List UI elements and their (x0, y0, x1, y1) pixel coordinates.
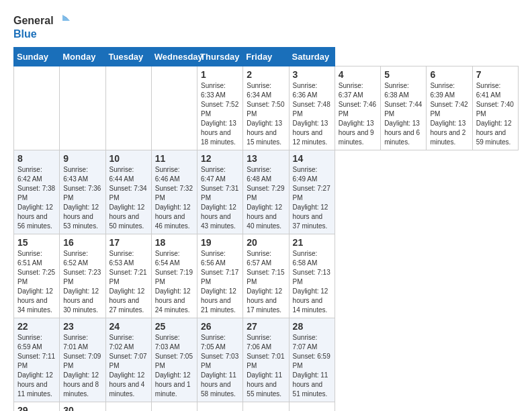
calendar-cell: 5Sunrise: 6:38 AMSunset: 7:44 PMDaylight… (381, 66, 427, 150)
page-header: General Blue (13, 13, 519, 40)
calendar-cell: 14Sunrise: 6:49 AMSunset: 7:27 PMDayligh… (289, 150, 335, 234)
calendar-cell: 25Sunrise: 7:03 AMSunset: 7:05 PMDayligh… (151, 318, 197, 402)
day-number: 14 (293, 153, 331, 164)
calendar-cell: 12Sunrise: 6:47 AMSunset: 7:31 PMDayligh… (197, 150, 243, 234)
day-info: Sunrise: 6:34 AMSunset: 7:50 PMDaylight:… (247, 81, 285, 147)
day-number: 9 (63, 153, 101, 164)
calendar-cell (14, 66, 60, 150)
day-number: 5 (384, 69, 423, 80)
day-info: Sunrise: 6:39 AMSunset: 7:42 PMDaylight:… (430, 81, 468, 147)
day-info: Sunrise: 6:49 AMSunset: 7:27 PMDaylight:… (293, 165, 331, 231)
col-header-wednesday: Wednesday (151, 47, 197, 66)
day-info: Sunrise: 6:47 AMSunset: 7:31 PMDaylight:… (201, 165, 239, 231)
calendar-cell: 23Sunrise: 7:01 AMSunset: 7:09 PMDayligh… (60, 318, 105, 402)
day-info: Sunrise: 6:54 AMSunset: 7:19 PMDaylight:… (155, 249, 193, 315)
calendar-cell: 8Sunrise: 6:42 AMSunset: 7:38 PMDaylight… (14, 150, 60, 234)
day-number: 8 (17, 153, 56, 164)
calendar-cell: 26Sunrise: 7:05 AMSunset: 7:03 PMDayligh… (197, 318, 243, 402)
calendar-cell: 6Sunrise: 6:39 AMSunset: 7:42 PMDaylight… (427, 66, 472, 150)
logo: General Blue (13, 13, 70, 40)
day-number: 15 (17, 237, 56, 248)
calendar-cell: 24Sunrise: 7:02 AMSunset: 7:07 PMDayligh… (105, 318, 151, 402)
day-info: Sunrise: 6:56 AMSunset: 7:17 PMDaylight:… (201, 249, 239, 315)
day-info: Sunrise: 6:42 AMSunset: 7:38 PMDaylight:… (17, 165, 56, 231)
calendar-cell: 19Sunrise: 6:56 AMSunset: 7:17 PMDayligh… (197, 234, 243, 318)
week-row-3: 15Sunrise: 6:51 AMSunset: 7:25 PMDayligh… (14, 234, 519, 318)
col-header-friday: Friday (243, 47, 289, 66)
calendar-cell: 3Sunrise: 6:36 AMSunset: 7:48 PMDaylight… (289, 66, 335, 150)
day-number: 27 (247, 321, 285, 332)
day-info: Sunrise: 7:05 AMSunset: 7:03 PMDaylight:… (201, 333, 239, 399)
calendar-cell: 30Sunrise: 7:10 AMSunset: 6:55 PMDayligh… (60, 402, 105, 411)
logo-bird-icon (55, 13, 70, 28)
day-info: Sunrise: 6:57 AMSunset: 7:15 PMDaylight:… (247, 249, 285, 315)
day-number: 29 (17, 405, 56, 411)
day-number: 2 (247, 69, 285, 80)
day-number: 19 (201, 237, 239, 248)
day-info: Sunrise: 6:51 AMSunset: 7:25 PMDaylight:… (17, 249, 56, 315)
calendar-cell (105, 402, 151, 411)
week-row-2: 8Sunrise: 6:42 AMSunset: 7:38 PMDaylight… (14, 150, 519, 234)
day-number: 18 (155, 237, 193, 248)
logo-blue-text: Blue (13, 28, 70, 40)
day-number: 13 (247, 153, 285, 164)
day-number: 3 (293, 69, 331, 80)
calendar-cell: 10Sunrise: 6:44 AMSunset: 7:34 PMDayligh… (105, 150, 151, 234)
calendar-cell: 2Sunrise: 6:34 AMSunset: 7:50 PMDaylight… (243, 66, 289, 150)
day-info: Sunrise: 6:33 AMSunset: 7:52 PMDaylight:… (201, 81, 239, 147)
calendar-cell: 17Sunrise: 6:53 AMSunset: 7:21 PMDayligh… (105, 234, 151, 318)
col-header-saturday: Saturday (289, 47, 335, 66)
day-number: 10 (109, 153, 148, 164)
calendar-cell: 13Sunrise: 6:48 AMSunset: 7:29 PMDayligh… (243, 150, 289, 234)
day-info: Sunrise: 6:37 AMSunset: 7:46 PMDaylight:… (339, 81, 377, 147)
calendar-cell: 11Sunrise: 6:46 AMSunset: 7:32 PMDayligh… (151, 150, 197, 234)
calendar-cell (60, 66, 105, 150)
day-info: Sunrise: 6:52 AMSunset: 7:23 PMDaylight:… (63, 249, 101, 315)
day-info: Sunrise: 6:48 AMSunset: 7:29 PMDaylight:… (247, 165, 285, 231)
day-number: 20 (247, 237, 285, 248)
calendar-header-row: SundayMondayTuesdayWednesdayThursdayFrid… (14, 47, 519, 66)
day-info: Sunrise: 6:43 AMSunset: 7:36 PMDaylight:… (63, 165, 101, 231)
day-number: 23 (63, 321, 101, 332)
day-info: Sunrise: 7:07 AMSunset: 6:59 PMDaylight:… (293, 333, 331, 399)
col-header-tuesday: Tuesday (105, 47, 151, 66)
day-info: Sunrise: 6:38 AMSunset: 7:44 PMDaylight:… (384, 81, 423, 147)
day-info: Sunrise: 6:44 AMSunset: 7:34 PMDaylight:… (109, 165, 148, 231)
calendar-table: SundayMondayTuesdayWednesdayThursdayFrid… (13, 47, 519, 411)
day-info: Sunrise: 7:02 AMSunset: 7:07 PMDaylight:… (109, 333, 148, 399)
day-number: 17 (109, 237, 148, 248)
day-number: 22 (17, 321, 56, 332)
calendar-cell: 15Sunrise: 6:51 AMSunset: 7:25 PMDayligh… (14, 234, 60, 318)
day-number: 7 (476, 69, 515, 80)
calendar-cell: 18Sunrise: 6:54 AMSunset: 7:19 PMDayligh… (151, 234, 197, 318)
week-row-4: 22Sunrise: 6:59 AMSunset: 7:11 PMDayligh… (14, 318, 519, 402)
day-info: Sunrise: 6:36 AMSunset: 7:48 PMDaylight:… (293, 81, 331, 147)
col-header-thursday: Thursday (197, 47, 243, 66)
day-number: 6 (430, 69, 468, 80)
calendar-cell (151, 66, 197, 150)
calendar-cell: 20Sunrise: 6:57 AMSunset: 7:15 PMDayligh… (243, 234, 289, 318)
day-number: 11 (155, 153, 193, 164)
day-info: Sunrise: 6:46 AMSunset: 7:32 PMDaylight:… (155, 165, 193, 231)
calendar-cell: 1Sunrise: 6:33 AMSunset: 7:52 PMDaylight… (197, 66, 243, 150)
calendar-cell: 9Sunrise: 6:43 AMSunset: 7:36 PMDaylight… (60, 150, 105, 234)
day-number: 4 (339, 69, 377, 80)
day-number: 25 (155, 321, 193, 332)
day-number: 30 (63, 405, 101, 411)
logo-general-text: General (13, 15, 54, 27)
calendar-cell: 4Sunrise: 6:37 AMSunset: 7:46 PMDaylight… (335, 66, 380, 150)
calendar-cell (151, 402, 197, 411)
day-info: Sunrise: 7:06 AMSunset: 7:01 PMDaylight:… (247, 333, 285, 399)
day-info: Sunrise: 7:01 AMSunset: 7:09 PMDaylight:… (63, 333, 101, 399)
calendar-cell (197, 402, 243, 411)
day-info: Sunrise: 6:41 AMSunset: 7:40 PMDaylight:… (476, 81, 515, 147)
day-number: 28 (293, 321, 331, 332)
day-info: Sunrise: 6:59 AMSunset: 7:11 PMDaylight:… (17, 333, 56, 399)
calendar-cell: 7Sunrise: 6:41 AMSunset: 7:40 PMDaylight… (472, 66, 518, 150)
calendar-cell: 28Sunrise: 7:07 AMSunset: 6:59 PMDayligh… (289, 318, 335, 402)
week-row-1: 1Sunrise: 6:33 AMSunset: 7:52 PMDaylight… (14, 66, 519, 150)
day-info: Sunrise: 7:03 AMSunset: 7:05 PMDaylight:… (155, 333, 193, 399)
calendar-cell: 22Sunrise: 6:59 AMSunset: 7:11 PMDayligh… (14, 318, 60, 402)
col-header-sunday: Sunday (14, 47, 60, 66)
week-row-5: 29Sunrise: 7:08 AMSunset: 6:57 PMDayligh… (14, 402, 519, 411)
